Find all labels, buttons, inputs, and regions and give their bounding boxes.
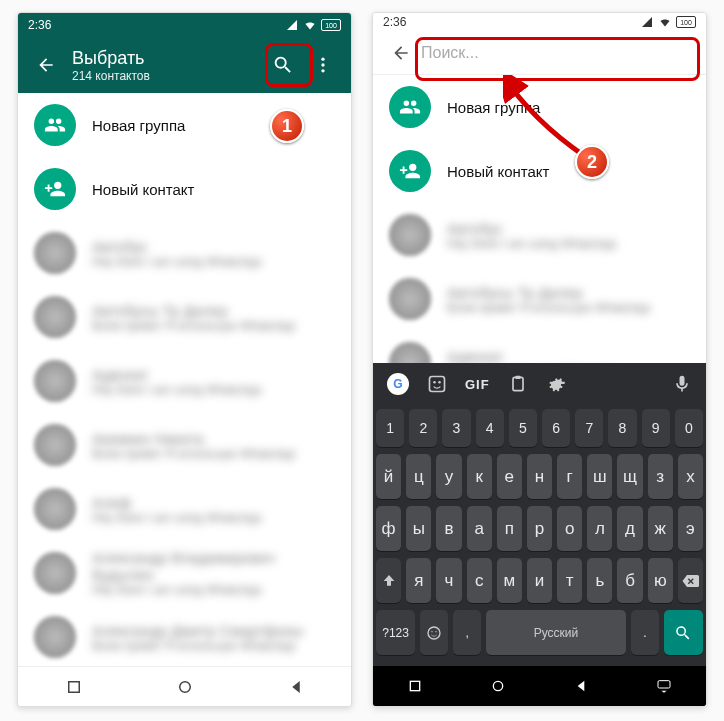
key-а[interactable]: а xyxy=(467,506,492,551)
contact-list[interactable]: Новая группа Новый контакт АвтобусHey th… xyxy=(373,75,706,363)
key-г[interactable]: г xyxy=(557,454,582,499)
clipboard-icon[interactable] xyxy=(508,374,528,394)
key-б[interactable]: б xyxy=(617,558,642,603)
keyboard[interactable]: G GIF 1234567890 йцукенгшщзх фывапролджэ… xyxy=(373,363,706,706)
mic-icon[interactable] xyxy=(672,374,692,394)
svg-rect-8 xyxy=(513,377,523,390)
gif-button[interactable]: GIF xyxy=(465,377,490,392)
symbols-key[interactable]: ?123 xyxy=(376,610,415,655)
key-л[interactable]: л xyxy=(587,506,612,551)
key-ь[interactable]: ь xyxy=(587,558,612,603)
key-8[interactable]: 8 xyxy=(608,409,636,447)
google-icon[interactable]: G xyxy=(387,373,409,395)
home-icon[interactable] xyxy=(490,678,506,694)
key-ц[interactable]: ц xyxy=(406,454,431,499)
key-0[interactable]: 0 xyxy=(675,409,703,447)
new-contact-label: Новый контакт xyxy=(92,181,335,198)
keyboard-toolbar: G GIF xyxy=(373,363,706,405)
comma-key[interactable]: , xyxy=(453,610,481,655)
badge-2: 2 xyxy=(575,145,609,179)
enter-key[interactable] xyxy=(664,610,703,655)
new-group-row[interactable]: Новая группа xyxy=(373,75,706,139)
svg-point-14 xyxy=(493,681,502,690)
key-ш[interactable]: ш xyxy=(587,454,612,499)
key-3[interactable]: 3 xyxy=(442,409,470,447)
system-nav xyxy=(18,666,351,706)
key-й[interactable]: й xyxy=(376,454,401,499)
key-к[interactable]: к xyxy=(467,454,492,499)
signal-icon xyxy=(285,19,299,31)
back-icon[interactable] xyxy=(573,678,589,694)
back-icon[interactable] xyxy=(287,678,305,696)
search-button[interactable] xyxy=(263,45,303,85)
back-button[interactable] xyxy=(381,33,421,73)
key-и[interactable]: и xyxy=(527,558,552,603)
key-ч[interactable]: ч xyxy=(436,558,461,603)
key-5[interactable]: 5 xyxy=(509,409,537,447)
period-key[interactable]: . xyxy=(631,610,659,655)
list-item[interactable]: АдвокатHey there I am using WhatsApp xyxy=(373,331,706,363)
phone-left: 2:36 100 Выбрать 214 контактов Новая гру… xyxy=(17,12,352,707)
key-6[interactable]: 6 xyxy=(542,409,570,447)
key-ж[interactable]: ж xyxy=(648,506,673,551)
key-ю[interactable]: ю xyxy=(648,558,673,603)
recent-apps-icon[interactable] xyxy=(407,678,423,694)
key-т[interactable]: т xyxy=(557,558,582,603)
menu-button[interactable] xyxy=(303,45,343,85)
list-item[interactable]: АлефHey there I am using WhatsApp xyxy=(18,477,351,541)
wifi-icon xyxy=(658,16,672,28)
key-о[interactable]: о xyxy=(557,506,582,551)
search-input[interactable] xyxy=(421,35,698,71)
key-з[interactable]: з xyxy=(648,454,673,499)
svg-rect-3 xyxy=(68,681,79,692)
key-р[interactable]: р xyxy=(527,506,552,551)
home-icon[interactable] xyxy=(176,678,194,696)
key-э[interactable]: э xyxy=(678,506,703,551)
list-item[interactable]: АвтобусHey there I am using WhatsApp xyxy=(18,221,351,285)
key-7[interactable]: 7 xyxy=(575,409,603,447)
key-9[interactable]: 9 xyxy=(642,409,670,447)
key-х[interactable]: х xyxy=(678,454,703,499)
key-ф[interactable]: ф xyxy=(376,506,401,551)
battery-icon: 100 xyxy=(321,19,341,31)
svg-point-2 xyxy=(321,69,324,72)
new-contact-row[interactable]: Новый контакт xyxy=(18,157,351,221)
header-subtitle: 214 контактов xyxy=(72,69,263,83)
settings-icon[interactable] xyxy=(546,374,566,394)
emoji-key[interactable] xyxy=(420,610,448,655)
key-в[interactable]: в xyxy=(436,506,461,551)
key-с[interactable]: с xyxy=(467,558,492,603)
key-у[interactable]: у xyxy=(436,454,461,499)
new-contact-row[interactable]: Новый контакт xyxy=(373,139,706,203)
list-item[interactable]: АдвокатHey there I am using WhatsApp xyxy=(18,349,351,413)
add-contact-icon xyxy=(34,168,76,210)
blurred-contacts: АвтобусHey there I am using WhatsApp Авт… xyxy=(18,221,351,666)
key-1[interactable]: 1 xyxy=(376,409,404,447)
shift-key[interactable] xyxy=(376,558,401,603)
key-4[interactable]: 4 xyxy=(476,409,504,447)
header-title-block: Выбрать 214 контактов xyxy=(66,48,263,83)
back-button[interactable] xyxy=(26,45,66,85)
key-е[interactable]: е xyxy=(497,454,522,499)
contact-list[interactable]: Новая группа Новый контакт АвтобусHey th… xyxy=(18,93,351,666)
list-item[interactable]: Автобусы Тр ДилерВсем привет Я использую… xyxy=(18,285,351,349)
backspace-key[interactable] xyxy=(678,558,703,603)
add-contact-icon xyxy=(389,150,431,192)
sticker-icon[interactable] xyxy=(427,374,447,394)
key-я[interactable]: я xyxy=(406,558,431,603)
list-item[interactable]: Акимкин НикитаВсем привет Я использую Wh… xyxy=(18,413,351,477)
key-н[interactable]: н xyxy=(527,454,552,499)
key-п[interactable]: п xyxy=(497,506,522,551)
list-item[interactable]: Александр Дмитр СмартфоныВсем привет Я и… xyxy=(18,605,351,666)
key-щ[interactable]: щ xyxy=(617,454,642,499)
list-item[interactable]: Автобусы Тр ДилерВсем привет Я использую… xyxy=(373,267,706,331)
hide-keyboard-icon[interactable] xyxy=(656,678,672,694)
list-item[interactable]: АвтобусHey there I am using WhatsApp xyxy=(373,203,706,267)
key-м[interactable]: м xyxy=(497,558,522,603)
key-д[interactable]: д xyxy=(617,506,642,551)
space-key[interactable]: Русский xyxy=(486,610,626,655)
recent-apps-icon[interactable] xyxy=(65,678,83,696)
list-item[interactable]: Александр Владимирович БудылинHey there … xyxy=(18,541,351,605)
key-ы[interactable]: ы xyxy=(406,506,431,551)
key-2[interactable]: 2 xyxy=(409,409,437,447)
